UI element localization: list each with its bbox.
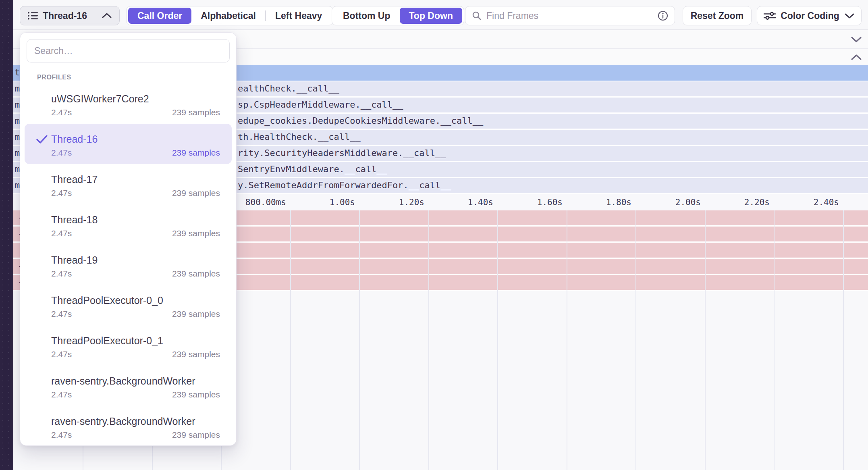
profile-sample-count: 239 samples — [172, 309, 220, 319]
sort-option-call-order[interactable]: Call Order — [128, 8, 191, 24]
chevron-down-icon[interactable] — [850, 36, 862, 43]
time-gridline — [774, 210, 775, 470]
frame-clipped-text: m — [15, 114, 20, 128]
time-axis-label: 2.40s — [775, 194, 839, 210]
direction-option-bottom-up[interactable]: Bottom Up — [334, 8, 400, 24]
find-frames-input[interactable] — [486, 10, 653, 21]
time-gridline — [635, 210, 636, 470]
frame-label: rity.SecurityHeadersMiddleware.__call__ — [238, 146, 446, 160]
color-coding-button[interactable]: Color Coding — [757, 6, 862, 25]
search-icon — [472, 11, 482, 21]
list-icon — [27, 11, 38, 21]
frame-clipped-text: m — [15, 146, 20, 160]
frame-label: edupe_cookies.DedupeCookiesMiddleware.__… — [238, 114, 483, 128]
profile-name: Thread-18 — [51, 214, 220, 225]
reset-zoom-button[interactable]: Reset Zoom — [683, 6, 752, 25]
chevron-up-icon[interactable] — [850, 54, 862, 61]
profiles-search-box — [27, 39, 230, 62]
sort-option-alphabetical[interactable]: Alphabetical — [191, 8, 265, 24]
frame-label: th.HealthCheck.__call__ — [238, 130, 361, 144]
thread-selector-label: Thread-16 — [43, 10, 97, 21]
profile-stats: 2.47s 239 samples — [51, 309, 220, 319]
sort-order-group: Call Order Alphabetical Left Heavy — [126, 6, 333, 25]
checkmark-icon — [36, 134, 48, 145]
time-gridline — [290, 210, 291, 470]
profile-name: uWSGIWorker7Core2 — [51, 93, 220, 104]
profile-list-item[interactable]: raven-sentry.BackgroundWorker 2.47s 239 … — [25, 406, 232, 446]
profile-list-item[interactable]: uWSGIWorker7Core2 2.47s 239 samples — [25, 83, 232, 124]
frame-label: y.SetRemoteAddrFromForwardedFor.__call__ — [238, 178, 451, 193]
profile-duration: 2.47s — [51, 108, 72, 117]
profile-sample-count: 239 samples — [172, 188, 220, 198]
profile-sample-count: 239 samples — [172, 269, 220, 279]
time-gridline — [567, 210, 567, 470]
time-gridline — [705, 210, 706, 470]
profile-duration: 2.47s — [51, 390, 72, 399]
frame-clipped-text: m — [15, 178, 20, 193]
time-axis-label: 1.00s — [291, 194, 355, 210]
profile-stats: 2.47s 239 samples — [51, 390, 220, 399]
time-axis-label: 2.00s — [636, 194, 701, 210]
flamegraph-profiler-app: tmealthCheck.__call__msp.CspHeaderMiddle… — [0, 0, 868, 470]
profile-duration: 2.47s — [51, 309, 72, 319]
profile-sample-count: 239 samples — [172, 229, 220, 238]
profile-stats: 2.47s 239 samples — [51, 349, 220, 359]
sort-option-left-heavy[interactable]: Left Heavy — [266, 8, 331, 24]
profile-stats: 2.47s 239 samples — [51, 269, 220, 279]
time-axis-label: 1.60s — [498, 194, 563, 210]
time-gridline — [497, 210, 498, 470]
frame-clipped-text: m — [15, 81, 20, 96]
find-frames-search — [465, 6, 675, 25]
profile-stats: 2.47s 239 samples — [51, 188, 220, 198]
profile-sample-count: 239 samples — [172, 148, 220, 158]
left-sidebar-strip — [0, 0, 13, 470]
profiles-list: uWSGIWorker7Core2 2.47s 239 samples Thre… — [20, 83, 236, 446]
profile-sample-count: 239 samples — [172, 108, 220, 117]
profile-duration: 2.47s — [51, 148, 72, 158]
time-gridline — [359, 210, 360, 470]
frame-clipped-text: m — [15, 98, 20, 112]
time-gridline — [843, 210, 844, 470]
profile-stats: 2.47s 239 samples — [51, 108, 220, 117]
profile-name: Thread-19 — [51, 254, 220, 266]
profile-list-item[interactable]: Thread-19 2.47s 239 samples — [25, 245, 232, 285]
info-icon[interactable] — [658, 10, 668, 21]
profile-list-item[interactable]: Thread-16 2.47s 239 samples — [25, 124, 232, 164]
profile-list-item[interactable]: Thread-17 2.47s 239 samples — [25, 164, 232, 204]
profile-name: raven-sentry.BackgroundWorker — [51, 416, 220, 427]
profile-sample-count: 239 samples — [172, 349, 220, 359]
profiles-dropdown-panel: PROFILES uWSGIWorker7Core2 2.47s 239 sam… — [20, 32, 237, 446]
profile-list-item[interactable]: Thread-18 2.47s 239 samples — [25, 204, 232, 245]
profile-duration: 2.47s — [51, 269, 72, 279]
profile-stats: 2.47s 239 samples — [51, 148, 220, 158]
profile-name: ThreadPoolExecutor-0_1 — [51, 335, 220, 346]
profile-list-item[interactable]: raven-sentry.BackgroundWorker 2.47s 239 … — [25, 366, 232, 406]
frame-clipped-text: m — [15, 162, 20, 177]
frame-label: ealthCheck.__call__ — [238, 81, 339, 96]
profile-name: raven-sentry.BackgroundWorker — [51, 375, 220, 387]
time-gridline — [428, 210, 429, 470]
profile-name: Thread-16 — [51, 133, 220, 145]
time-axis-label: 2.20s — [705, 194, 770, 210]
profile-stats: 2.47s 239 samples — [51, 430, 220, 440]
direction-group: Bottom Up Top Down — [332, 6, 464, 25]
frame-label: SentryEnvMiddleware.__call__ — [238, 162, 387, 177]
profile-name: Thread-17 — [51, 174, 220, 185]
frame-clipped-text: m — [15, 130, 20, 144]
direction-option-top-down[interactable]: Top Down — [400, 8, 462, 24]
profile-duration: 2.47s — [51, 430, 72, 440]
profile-list-item[interactable]: ThreadPoolExecutor-0_1 2.47s 239 samples — [25, 325, 232, 366]
time-axis-label: 1.80s — [567, 194, 631, 210]
frame-clipped-text: t — [15, 65, 20, 80]
profiles-section-label: PROFILES — [37, 74, 236, 82]
profile-stats: 2.47s 239 samples — [51, 229, 220, 238]
profile-list-item[interactable]: ThreadPoolExecutor-0_0 2.47s 239 samples — [25, 285, 232, 325]
thread-selector-button[interactable]: Thread-16 — [20, 6, 120, 25]
frame-label: sp.CspHeaderMiddleware.__call__ — [238, 98, 403, 112]
chevron-down-icon — [844, 12, 855, 19]
profiles-search-input[interactable] — [34, 46, 222, 56]
chevron-up-icon — [102, 12, 112, 19]
profile-duration: 2.47s — [51, 229, 72, 238]
profile-sample-count: 239 samples — [172, 390, 220, 399]
profile-name: ThreadPoolExecutor-0_0 — [51, 295, 220, 306]
